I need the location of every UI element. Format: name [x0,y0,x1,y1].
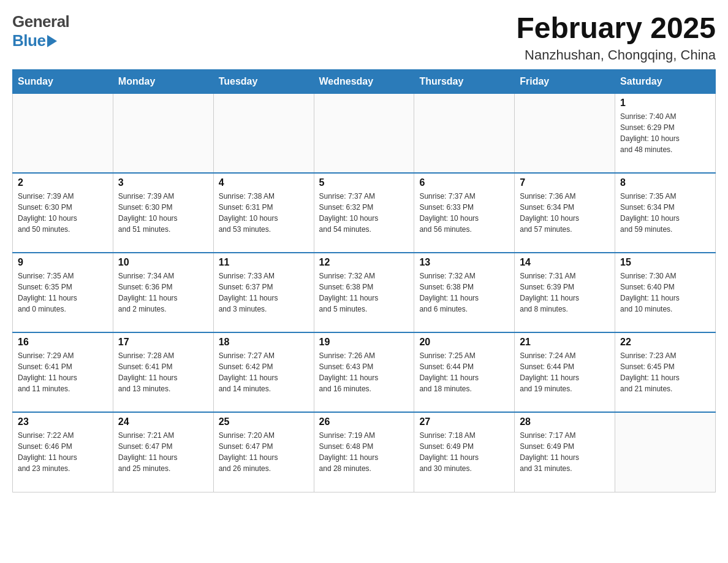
day-info: Sunrise: 7:27 AM Sunset: 6:42 PM Dayligh… [219,350,309,394]
page-header: General Blue February 2025 Nanzhushan, C… [12,12,716,63]
day-number: 10 [118,257,208,268]
day-info: Sunrise: 7:37 AM Sunset: 6:32 PM Dayligh… [319,191,409,235]
day-info: Sunrise: 7:32 AM Sunset: 6:38 PM Dayligh… [419,270,509,315]
calendar-week-3: 9Sunrise: 7:35 AM Sunset: 6:35 PM Daylig… [13,253,716,332]
day-number: 2 [18,177,108,188]
calendar-day: 25Sunrise: 7:20 AM Sunset: 6:47 PM Dayli… [213,412,314,492]
calendar-day [213,93,314,173]
day-number: 14 [520,257,610,268]
calendar-day: 18Sunrise: 7:27 AM Sunset: 6:42 PM Dayli… [213,332,314,412]
calendar-day: 4Sunrise: 7:38 AM Sunset: 6:31 PM Daylig… [213,173,314,253]
day-info: Sunrise: 7:40 AM Sunset: 6:29 PM Dayligh… [620,111,710,155]
day-info: Sunrise: 7:24 AM Sunset: 6:44 PM Dayligh… [520,350,610,394]
day-info: Sunrise: 7:35 AM Sunset: 6:34 PM Dayligh… [620,191,710,235]
day-info: Sunrise: 7:36 AM Sunset: 6:34 PM Dayligh… [520,191,610,235]
day-info: Sunrise: 7:21 AM Sunset: 6:47 PM Dayligh… [118,430,208,474]
calendar-day: 21Sunrise: 7:24 AM Sunset: 6:44 PM Dayli… [515,332,615,412]
calendar-day [113,93,213,173]
calendar-day [615,412,716,492]
calendar-day: 26Sunrise: 7:19 AM Sunset: 6:48 PM Dayli… [314,412,414,492]
day-number: 3 [118,177,208,188]
day-info: Sunrise: 7:33 AM Sunset: 6:37 PM Dayligh… [219,270,309,315]
calendar-day: 14Sunrise: 7:31 AM Sunset: 6:39 PM Dayli… [515,253,615,332]
day-info: Sunrise: 7:29 AM Sunset: 6:41 PM Dayligh… [18,350,108,394]
logo-triangle-icon [47,35,57,47]
calendar-day: 1Sunrise: 7:40 AM Sunset: 6:29 PM Daylig… [615,93,716,173]
day-info: Sunrise: 7:25 AM Sunset: 6:44 PM Dayligh… [419,350,509,394]
day-info: Sunrise: 7:37 AM Sunset: 6:33 PM Dayligh… [419,191,509,235]
header-thursday: Thursday [414,69,515,93]
calendar-week-1: 1Sunrise: 7:40 AM Sunset: 6:29 PM Daylig… [13,93,716,173]
calendar-day: 9Sunrise: 7:35 AM Sunset: 6:35 PM Daylig… [13,253,113,332]
day-info: Sunrise: 7:18 AM Sunset: 6:49 PM Dayligh… [419,430,509,474]
day-info: Sunrise: 7:22 AM Sunset: 6:46 PM Dayligh… [18,430,108,474]
calendar-day: 19Sunrise: 7:26 AM Sunset: 6:43 PM Dayli… [314,332,414,412]
calendar-day: 20Sunrise: 7:25 AM Sunset: 6:44 PM Dayli… [414,332,515,412]
header-friday: Friday [515,69,615,93]
day-number: 16 [18,337,108,348]
calendar-week-4: 16Sunrise: 7:29 AM Sunset: 6:41 PM Dayli… [13,332,716,412]
day-number: 11 [219,257,309,268]
day-info: Sunrise: 7:34 AM Sunset: 6:36 PM Dayligh… [118,270,208,315]
day-info: Sunrise: 7:20 AM Sunset: 6:47 PM Dayligh… [219,430,309,474]
calendar-day: 6Sunrise: 7:37 AM Sunset: 6:33 PM Daylig… [414,173,515,253]
day-info: Sunrise: 7:19 AM Sunset: 6:48 PM Dayligh… [319,430,409,474]
day-number: 13 [419,257,509,268]
calendar-day: 2Sunrise: 7:39 AM Sunset: 6:30 PM Daylig… [13,173,113,253]
calendar-week-5: 23Sunrise: 7:22 AM Sunset: 6:46 PM Dayli… [13,412,716,492]
day-info: Sunrise: 7:17 AM Sunset: 6:49 PM Dayligh… [520,430,610,474]
day-info: Sunrise: 7:28 AM Sunset: 6:41 PM Dayligh… [118,350,208,394]
weekday-header-row: Sunday Monday Tuesday Wednesday Thursday… [13,69,716,93]
calendar-day: 22Sunrise: 7:23 AM Sunset: 6:45 PM Dayli… [615,332,716,412]
calendar-day: 28Sunrise: 7:17 AM Sunset: 6:49 PM Dayli… [515,412,615,492]
calendar-day: 17Sunrise: 7:28 AM Sunset: 6:41 PM Dayli… [113,332,213,412]
day-info: Sunrise: 7:39 AM Sunset: 6:30 PM Dayligh… [118,191,208,235]
header-tuesday: Tuesday [213,69,314,93]
day-number: 18 [219,337,309,348]
calendar-day [13,93,113,173]
day-number: 26 [319,416,409,427]
calendar-day: 13Sunrise: 7:32 AM Sunset: 6:38 PM Dayli… [414,253,515,332]
calendar-day: 11Sunrise: 7:33 AM Sunset: 6:37 PM Dayli… [213,253,314,332]
day-number: 28 [520,416,610,427]
day-info: Sunrise: 7:31 AM Sunset: 6:39 PM Dayligh… [520,270,610,315]
day-number: 27 [419,416,509,427]
day-number: 22 [620,337,710,348]
calendar-day [414,93,515,173]
calendar-day: 7Sunrise: 7:36 AM Sunset: 6:34 PM Daylig… [515,173,615,253]
day-info: Sunrise: 7:35 AM Sunset: 6:35 PM Dayligh… [18,270,108,315]
header-wednesday: Wednesday [314,69,414,93]
day-number: 21 [520,337,610,348]
day-info: Sunrise: 7:30 AM Sunset: 6:40 PM Dayligh… [620,270,710,315]
day-info: Sunrise: 7:32 AM Sunset: 6:38 PM Dayligh… [319,270,409,315]
header-saturday: Saturday [615,69,716,93]
day-number: 8 [620,177,710,188]
day-number: 6 [419,177,509,188]
day-number: 12 [319,257,409,268]
calendar-week-2: 2Sunrise: 7:39 AM Sunset: 6:30 PM Daylig… [13,173,716,253]
day-info: Sunrise: 7:26 AM Sunset: 6:43 PM Dayligh… [319,350,409,394]
header-monday: Monday [113,69,213,93]
calendar-day: 23Sunrise: 7:22 AM Sunset: 6:46 PM Dayli… [13,412,113,492]
calendar-day: 8Sunrise: 7:35 AM Sunset: 6:34 PM Daylig… [615,173,716,253]
day-info: Sunrise: 7:39 AM Sunset: 6:30 PM Dayligh… [18,191,108,235]
logo-blue: Blue [12,31,69,50]
day-number: 15 [620,257,710,268]
month-title: February 2025 [516,12,716,45]
calendar-table: Sunday Monday Tuesday Wednesday Thursday… [12,69,716,492]
day-number: 5 [319,177,409,188]
day-number: 23 [18,416,108,427]
day-number: 17 [118,337,208,348]
logo: General Blue [12,12,69,50]
calendar-day: 12Sunrise: 7:32 AM Sunset: 6:38 PM Dayli… [314,253,414,332]
day-number: 19 [319,337,409,348]
header-sunday: Sunday [13,69,113,93]
logo-general: General [12,12,69,31]
day-info: Sunrise: 7:23 AM Sunset: 6:45 PM Dayligh… [620,350,710,394]
day-info: Sunrise: 7:38 AM Sunset: 6:31 PM Dayligh… [219,191,309,235]
location-title: Nanzhushan, Chongqing, China [516,47,716,63]
calendar-day [314,93,414,173]
calendar-day: 24Sunrise: 7:21 AM Sunset: 6:47 PM Dayli… [113,412,213,492]
day-number: 4 [219,177,309,188]
day-number: 1 [620,98,710,109]
